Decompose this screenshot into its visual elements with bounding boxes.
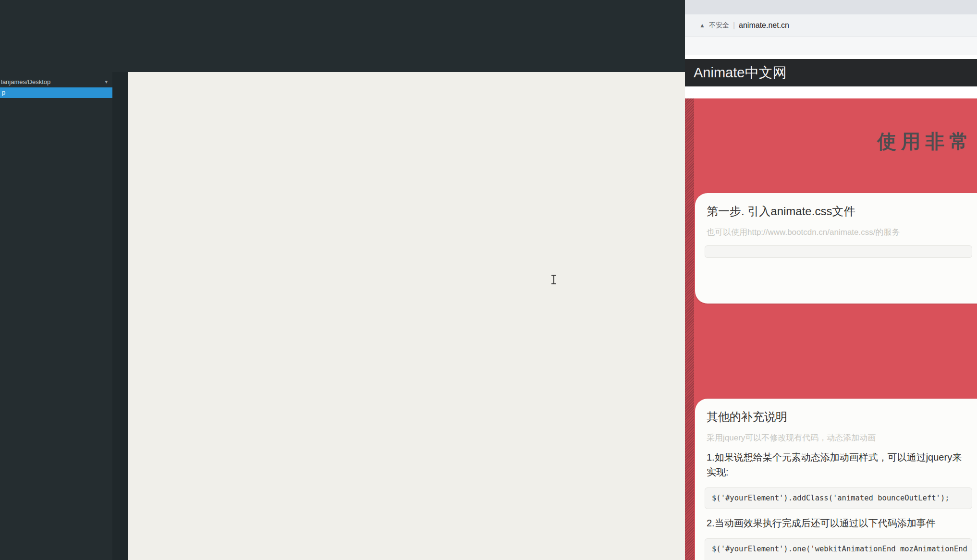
card2-code1: $('#yourElement').addClass('animated bou… [705, 487, 972, 509]
card2-item2: 2.当动画效果执行完成后还可以通过以下代码添加事件 [695, 509, 977, 531]
snippet-tabs [0, 59, 685, 72]
card-step1: 第一步. 引入animate.css文件 也可以使用http://www.boo… [695, 193, 977, 304]
site-header: Animate中文网 [685, 59, 977, 86]
scroll-left-arrow-icon[interactable]: ◀ [712, 558, 714, 560]
text-cursor-pointer [551, 274, 557, 285]
card-notes: 其他的补充说明 采用jquery可以不修改现有代码，动态添加动画 1.如果说想给… [695, 399, 977, 560]
card2-code2: $('#yourElement').one('webkitAnimationEn… [705, 538, 972, 560]
card2-title: 其他的补充说明 [695, 399, 977, 425]
hero-text: 使用非常 [877, 128, 973, 155]
url-separator: | [733, 21, 735, 30]
editor-window: lanjames/Desktop ▾ p [0, 0, 685, 560]
web-page: Animate中文网 使用非常 第一步. 引入animate.css文件 也可以… [685, 55, 977, 560]
browser-window: ▲ 不安全 | animate.net.cn Animate中文网 使用非常 第… [685, 0, 977, 560]
card2-item1: 1.如果说想给某个元素动态添加动画样式，可以通过jquery来实现: [695, 443, 977, 480]
directory-dropdown[interactable]: lanjames/Desktop ▾ [0, 76, 112, 87]
file-item-selected[interactable]: p [0, 87, 112, 98]
red-section: 使用非常 第一步. 引入animate.css文件 也可以使用http://ww… [685, 98, 977, 560]
bookmarks-bar [685, 37, 977, 55]
card1-note: 也可以使用http://www.bootcdn.cn/animate.css/的… [695, 219, 977, 238]
card1-code-block [705, 245, 972, 258]
html-toolbar [0, 37, 685, 59]
browser-toolbar: ▲ 不安全 | animate.net.cn [685, 14, 977, 37]
main-toolbar [0, 8, 685, 27]
code-editor-area[interactable] [128, 72, 685, 560]
browser-tab-strip [685, 0, 977, 14]
quickbar-tabs [0, 27, 685, 37]
card2-note: 采用jquery可以不修改现有代码，动态添加动画 [695, 425, 977, 443]
card2-code2-text: $('#yourElement').one('webkitAnimationEn… [712, 545, 967, 553]
editor-workspace: lanjames/Desktop ▾ p [0, 72, 685, 560]
warning-icon: ▲ [699, 22, 705, 29]
left-stripe-decoration [685, 98, 694, 560]
menu-bar [0, 0, 685, 8]
address-bar[interactable]: ▲ 不安全 | animate.net.cn [699, 21, 970, 30]
card1-title: 第一步. 引入animate.css文件 [695, 193, 977, 219]
security-label[interactable]: 不安全 [709, 21, 729, 30]
directory-path: lanjames/Desktop [1, 78, 50, 85]
chevron-down-icon: ▾ [105, 79, 108, 85]
file-browser-sidebar: lanjames/Desktop ▾ p [0, 72, 112, 560]
line-number-gutter [112, 72, 128, 560]
url-text[interactable]: animate.net.cn [739, 21, 789, 30]
desktop: { "editor": { "menu": ["辑(E)","查看(V)","文… [0, 0, 977, 560]
